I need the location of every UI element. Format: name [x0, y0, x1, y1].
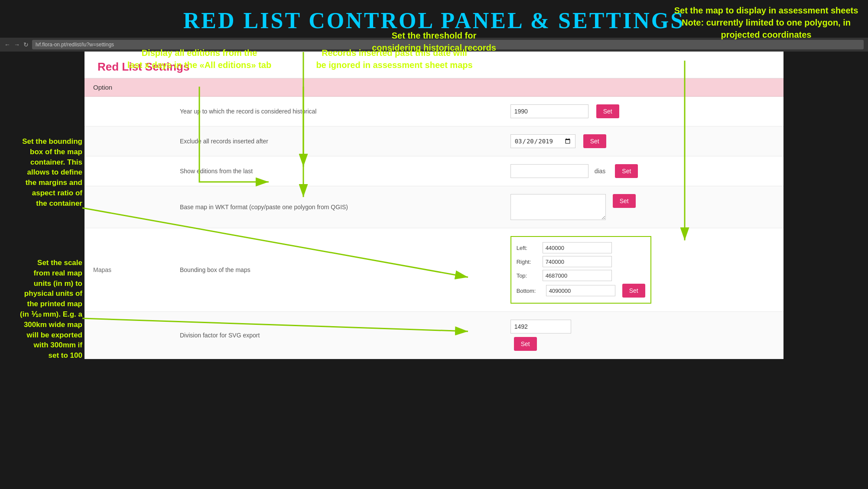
- row-desc-2: Exclude all records inserted after: [171, 126, 502, 156]
- left-label: Left:: [517, 245, 543, 251]
- exclude-date-input[interactable]: [510, 134, 575, 148]
- forward-button[interactable]: →: [14, 41, 20, 48]
- table-row: Base map in WKT format (copy/paste one p…: [85, 186, 783, 228]
- bbox-container: Left: Right: Top:: [510, 236, 651, 304]
- bottom-label: Bottom:: [517, 288, 543, 294]
- row-value-6: Set: [502, 312, 783, 359]
- year-historical-set-btn[interactable]: Set: [596, 104, 619, 118]
- row-label-4: [85, 186, 171, 228]
- refresh-button[interactable]: ↻: [23, 41, 29, 48]
- bbox-left-row: Left:: [517, 242, 645, 253]
- table-row: Show editions from the last dias Set: [85, 156, 783, 186]
- table-row: Division factor for SVG export Set: [85, 312, 783, 359]
- bbox-top-row: Top:: [517, 270, 645, 281]
- row-desc-4: Base map in WKT format (copy/paste one p…: [171, 186, 502, 228]
- right-label: Right:: [517, 259, 543, 265]
- bbox-top-input[interactable]: [543, 270, 612, 281]
- row-desc-3: Show editions from the last: [171, 156, 502, 186]
- col-header-option: Option: [85, 78, 171, 97]
- table-header-row: Option: [85, 78, 783, 97]
- row-value-3: dias Set: [502, 156, 783, 186]
- row-desc-1: Year up to which the record is considere…: [171, 97, 502, 126]
- url-bar[interactable]: lvf.flora-on.pt/redlist/lu?w=settings: [32, 40, 864, 49]
- editions-days-input[interactable]: [510, 164, 588, 178]
- division-factor-set-btn[interactable]: Set: [514, 337, 537, 351]
- bbox-set-btn[interactable]: Set: [622, 284, 645, 298]
- year-historical-input[interactable]: [510, 104, 588, 118]
- row-label-1: [85, 97, 171, 126]
- editions-days-set-btn[interactable]: Set: [615, 164, 638, 178]
- row-value-1: Set: [502, 97, 783, 126]
- top-label: Top:: [517, 272, 543, 279]
- row-label-3: [85, 156, 171, 186]
- col-header-value: [502, 78, 783, 97]
- title-bar: Red List Control Panel & Settings: [0, 0, 868, 38]
- row-value-2: Set: [502, 126, 783, 156]
- annotation-bounding-box: Set the boundingbox of the mapcontainer.…: [0, 136, 82, 209]
- back-button[interactable]: ←: [4, 41, 10, 48]
- exclude-date-set-btn[interactable]: Set: [583, 134, 606, 148]
- row-label-6: [85, 312, 171, 359]
- table-row: Year up to which the record is considere…: [85, 97, 783, 126]
- row-label-2: [85, 126, 171, 156]
- col-header-description: [171, 78, 502, 97]
- bbox-bottom-input[interactable]: [546, 285, 615, 296]
- table-row: Mapas Bounding box of the maps Left: Rig…: [85, 228, 783, 312]
- page-title: Red List Control Panel & Settings: [17, 8, 851, 33]
- row-value-5: Left: Right: Top:: [502, 228, 783, 312]
- table-row: Exclude all records inserted after Set: [85, 126, 783, 156]
- bbox-bottom-row: Bottom: Set: [517, 284, 645, 298]
- row-desc-6: Division factor for SVG export: [171, 312, 502, 359]
- annotation-scale: Set the scalefrom real mapunits (in m) t…: [0, 258, 82, 361]
- row-label-5: Mapas: [85, 228, 171, 312]
- division-factor-input[interactable]: [510, 320, 571, 334]
- wkt-set-btn[interactable]: Set: [613, 194, 636, 208]
- settings-table: Option Year up to which the record is co…: [85, 78, 783, 359]
- bbox-right-row: Right:: [517, 256, 645, 267]
- settings-title: Red List Settings: [98, 60, 770, 74]
- wkt-textarea[interactable]: [510, 194, 606, 220]
- row-value-4: Set: [502, 186, 783, 228]
- browser-bar: ← → ↻ lvf.flora-on.pt/redlist/lu?w=setti…: [0, 38, 868, 52]
- main-panel: Red List Settings Option Year up to whic…: [85, 52, 783, 359]
- dias-label: dias: [595, 168, 606, 175]
- settings-header: Red List Settings: [85, 52, 783, 78]
- bbox-right-input[interactable]: [543, 256, 612, 267]
- row-desc-5: Bounding box of the maps: [171, 228, 502, 312]
- bbox-left-input[interactable]: [543, 242, 612, 253]
